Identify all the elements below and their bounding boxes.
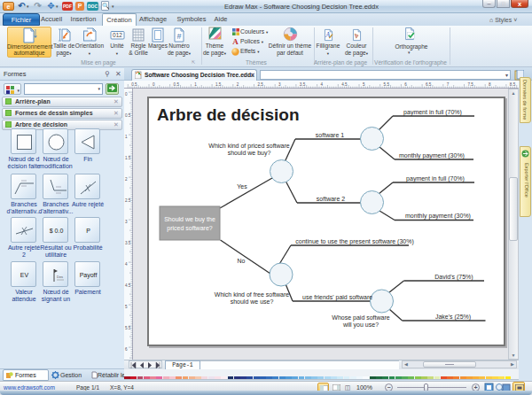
svg-text:3.5: 3.5 xyxy=(125,241,131,245)
svg-text:Arbre de décision: Arbre de décision xyxy=(157,105,300,124)
svg-text:payment in full (70%): payment in full (70%) xyxy=(406,175,465,182)
svg-text:012: 012 xyxy=(113,32,122,38)
svg-text:No: No xyxy=(238,258,246,264)
svg-text:3.5: 3.5 xyxy=(300,82,306,87)
svg-text:7.5: 7.5 xyxy=(467,82,473,87)
svg-text:5.5: 5.5 xyxy=(384,82,390,87)
svg-text:3: 3 xyxy=(125,220,128,224)
svg-text:continue to use the present so: continue to use the present software (30… xyxy=(295,238,413,245)
svg-text:6.5: 6.5 xyxy=(426,82,432,87)
svg-text:4: 4 xyxy=(125,262,128,267)
svg-text:Whose paid software: Whose paid software xyxy=(332,314,389,321)
svg-text:1.5: 1.5 xyxy=(215,82,222,87)
svg-text:2: 2 xyxy=(237,82,239,87)
svg-text:1.5: 1.5 xyxy=(125,156,131,160)
svg-text:David's (75%): David's (75%) xyxy=(434,274,473,281)
svg-text:4.5: 4.5 xyxy=(341,82,348,87)
svg-text:should we use?: should we use? xyxy=(231,298,274,305)
svg-text:monthly payment (30%): monthly payment (30%) xyxy=(399,152,465,159)
svg-text:6: 6 xyxy=(404,82,407,87)
svg-text:0.5: 0.5 xyxy=(125,113,131,118)
svg-text:5: 5 xyxy=(363,82,365,87)
svg-text:7: 7 xyxy=(447,82,450,87)
svg-text:Yes: Yes xyxy=(237,183,247,190)
svg-text:Which kind of free software: Which kind of free software xyxy=(215,291,290,298)
svg-text:software 2: software 2 xyxy=(317,196,345,202)
svg-text:software 1: software 1 xyxy=(316,132,344,138)
svg-text:2.5: 2.5 xyxy=(125,198,131,203)
svg-text:Should we buy the: Should we buy the xyxy=(164,216,215,223)
svg-text:0.5: 0.5 xyxy=(131,82,137,87)
svg-text:Which kind of priced software: Which kind of priced software xyxy=(208,143,290,150)
svg-text:use friends' paid software: use friends' paid software xyxy=(302,294,372,301)
svg-text:0: 0 xyxy=(125,92,128,97)
svg-text:5: 5 xyxy=(125,305,128,309)
svg-text:monthly payment (30%): monthly payment (30%) xyxy=(405,213,471,220)
svg-text:Jake's (25%): Jake's (25%) xyxy=(435,314,471,321)
svg-text:6: 6 xyxy=(125,347,128,352)
svg-text:3: 3 xyxy=(278,82,281,87)
svg-text:8.5: 8.5 xyxy=(510,82,516,87)
svg-text:4.5: 4.5 xyxy=(125,283,131,288)
svg-text:priced software?: priced software? xyxy=(167,225,212,232)
svg-text:Des: Des xyxy=(57,275,63,279)
svg-text:1: 1 xyxy=(125,135,128,139)
svg-text:5.5: 5.5 xyxy=(125,326,131,330)
svg-text:0: 0 xyxy=(153,82,155,87)
svg-text:0.5: 0.5 xyxy=(174,82,180,87)
svg-text:2: 2 xyxy=(125,177,128,182)
svg-text:4: 4 xyxy=(321,82,324,87)
svg-text:2.5: 2.5 xyxy=(257,82,263,87)
svg-text:payment in full (70%): payment in full (70%) xyxy=(403,109,462,116)
svg-text:#: # xyxy=(176,32,181,41)
svg-text:8: 8 xyxy=(489,82,491,87)
svg-text:will you use?: will you use? xyxy=(342,321,379,329)
svg-text:should we buy?: should we buy? xyxy=(228,150,271,157)
svg-text:1: 1 xyxy=(194,82,197,87)
